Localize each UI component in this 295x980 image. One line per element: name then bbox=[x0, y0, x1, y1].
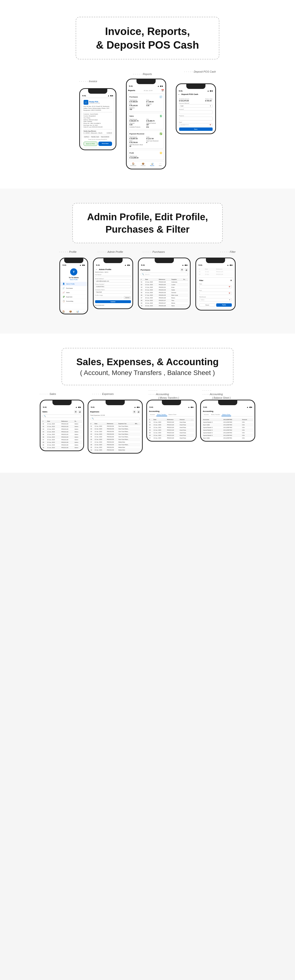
phone-input[interactable]: 01361673011 bbox=[95, 285, 131, 288]
purchases-label: Purchases bbox=[143, 250, 165, 253]
back-arrow-icon[interactable]: ← bbox=[95, 268, 98, 270]
section3-subtitle: ( Account, Money Transfers , Balance She… bbox=[76, 368, 219, 377]
table-row: Joynal Abedin G1411128674030.0k bbox=[202, 426, 253, 429]
sales-label: Sales bbox=[40, 393, 56, 395]
fullname-field: Full Name* bbox=[95, 274, 131, 277]
accounting-money-table: # Date Reference Amount ... 0113 Jun, 20… bbox=[149, 418, 194, 439]
back-to-pos-button[interactable]: Back to POS bbox=[84, 142, 98, 146]
table-row: 0613 Jun, 2023PR2221120Amal Khan bbox=[149, 434, 194, 437]
nav-products[interactable]: 📦 Products bbox=[141, 162, 146, 166]
email-input[interactable]: admin@example.com bbox=[95, 280, 131, 283]
admin-profile-content: PERSONAL INFO Full Name* Email Address* … bbox=[94, 272, 132, 309]
accounting-money-phone: 9:41 ▲ ◀ ■ Accounting Accounts Money Tra… bbox=[146, 400, 197, 442]
reports-header: Reports 20 Jan, 22-04 📅 bbox=[128, 88, 164, 93]
table-row: Joynal Abedin G1411125874020.0k bbox=[202, 434, 253, 437]
phone-status: 9:41 ▲ ◀ ■ bbox=[80, 94, 116, 98]
phone-status: 9:41 ▲ ◀ ■ bbox=[139, 263, 190, 267]
print-icon[interactable]: 🖨 bbox=[185, 268, 188, 272]
admin-profile-title: Admin Profile bbox=[99, 268, 111, 270]
filter-icon[interactable]: ⚙ bbox=[74, 410, 77, 414]
nav-more[interactable]: ⋯ More bbox=[159, 162, 162, 166]
sidebar-item-accounting[interactable]: 📋 Accounting bbox=[60, 299, 87, 303]
amount-field[interactable] bbox=[179, 110, 213, 114]
reports-content: Reports 20 Jan, 22-04 📅 Purchases 🛒 Tota… bbox=[127, 88, 165, 169]
fullname-input[interactable] bbox=[95, 275, 131, 277]
image-input[interactable] bbox=[95, 297, 122, 298]
print-now-button[interactable]: Print Now bbox=[98, 142, 112, 146]
accounting-balance-label: · · · · · Accounting ( Balance Sheet ) bbox=[203, 389, 231, 399]
filter-label: Filter bbox=[220, 250, 236, 253]
purchases-table: # Date Reference Supplier St... 0113 Jun… bbox=[140, 278, 189, 307]
accounting-money-table-body: 0113 Jun, 2023PR2221120Amal Abas 0213 Ju… bbox=[149, 421, 194, 439]
table-row: Joynal Abedin G1411125874830.0k bbox=[202, 421, 253, 423]
close-icon[interactable]: × bbox=[230, 279, 232, 282]
expenses-phone: 9:41 ▲ ◀ ■ Expenses ⚙ 🖨 Total Expenses: … bbox=[88, 400, 143, 453]
tab-money-transfers[interactable]: Money Transfers bbox=[156, 413, 167, 416]
section3-header: Sales, Expenses, & Accounting ( Account,… bbox=[0, 338, 295, 392]
nav-reports[interactable]: 📊 Reports bbox=[150, 162, 154, 166]
update-button[interactable]: Update bbox=[95, 300, 131, 303]
date-field[interactable]: DD/MM/YYYY 📅 bbox=[179, 123, 213, 127]
expenses-section-wrapper: Expenses 9:41 ▲ ◀ ■ Expenses ⚙ 🖨 bbox=[88, 397, 143, 453]
tab-balance-sheet[interactable]: Balance Sheet bbox=[168, 413, 178, 416]
print-icon[interactable]: 🖨 bbox=[137, 410, 140, 414]
filter-icon[interactable]: ⚙ bbox=[133, 410, 136, 414]
tab-accounts[interactable]: Accounts bbox=[149, 413, 156, 416]
table-row: 0312 Jun, 2023PR2321230Own Food Ware... bbox=[90, 430, 141, 433]
purchases-search[interactable]: 🔍 Search... bbox=[141, 273, 188, 276]
nav-dashboard[interactable]: 🏠 Dashboard bbox=[130, 162, 136, 166]
company-input[interactable]: NanoSoft bbox=[95, 291, 131, 294]
reset-button[interactable]: Reset bbox=[199, 303, 215, 307]
sales-header: Sales ⚙ 🖨 🔍 bbox=[40, 409, 83, 420]
warehouse-select[interactable]: Select ▼ bbox=[199, 298, 232, 301]
tab-accounts[interactable]: Accounts bbox=[203, 413, 210, 416]
profit-icon: ⭐ bbox=[159, 151, 163, 154]
table-row: Ayon Uddin1411125874830.0k bbox=[202, 423, 253, 426]
expenses-title: Expenses bbox=[90, 411, 99, 413]
invoice-product-name: Vanity bag Women bbox=[84, 130, 112, 132]
deposit-phone: 9:41 ▲ ◀ ■ ← Deposit POS Cash Available … bbox=[176, 83, 216, 134]
tab-balance-sheet[interactable]: Balance Sheet bbox=[222, 413, 231, 416]
sales-search[interactable]: 🔍 bbox=[42, 415, 81, 418]
expenses-table: # Date Reference Expense Cat. Wh... 0112… bbox=[90, 422, 141, 452]
sidebar-item-purchases[interactable]: 🛒 Purchases bbox=[60, 286, 87, 290]
expenses-table-body: 0112 Jun, 2023PR2321230Own Food Ware... … bbox=[90, 425, 141, 451]
table-row: 1015 Jun, 2023PR2221130Admin bbox=[42, 446, 82, 449]
sidebar-item-expenses[interactable]: 💸 Expenses bbox=[60, 295, 87, 299]
sidebar-item-admin-profile[interactable]: 👤 Admin Profile bbox=[60, 282, 87, 286]
table-row: Joynal Abedin G1411125874020.0k bbox=[202, 429, 253, 431]
section1-title: Invoice, Reports, bbox=[90, 24, 205, 38]
invoice-card: 🛒 Ready POS Counting Comes Easy First-7t… bbox=[81, 98, 114, 148]
start-date-input[interactable]: 📅 bbox=[199, 285, 232, 288]
section3: Sales, Expenses, & Accounting ( Account,… bbox=[0, 334, 295, 473]
invoice-address: First-7th floor, #H-19, Road# 08, Shekhe… bbox=[84, 106, 112, 111]
admin-profile-label: Admin Profile bbox=[98, 250, 123, 253]
upload-btn[interactable]: Upload bbox=[124, 296, 131, 299]
invoice-footer-buttons: Back to POS Print Now bbox=[84, 142, 112, 146]
end-date-input[interactable]: 📅 bbox=[199, 292, 232, 295]
payment-method-field[interactable]: Cash ▼ bbox=[179, 104, 213, 108]
purpose-field[interactable] bbox=[179, 117, 213, 121]
sales-title: Sales bbox=[42, 411, 48, 413]
table-row: 0713 Jun, 2023PR2221120Amal Khan bbox=[149, 437, 194, 439]
back-arrow-icon[interactable]: ← bbox=[178, 93, 180, 95]
phone-notch bbox=[64, 258, 83, 263]
save-button[interactable]: Save bbox=[179, 127, 213, 131]
sales-phone: 9:41 ▲ ◀ ■ Sales ⚙ 🖨 🔍 bbox=[40, 400, 84, 451]
print-icon[interactable]: 🖨 bbox=[78, 410, 81, 414]
invoice-label: Invoice bbox=[79, 80, 97, 83]
table-row: 0919 Jun, 2023PR2231127Morris bbox=[140, 302, 189, 305]
admin-profile-section-wrapper: Admin Profile 9:41 ▲ ◀ ■ ← Admin Profile… bbox=[93, 255, 133, 309]
sidebar-item-sales[interactable]: 📈 Sales bbox=[60, 290, 87, 295]
section3-title: Sales, Expenses, & Accounting bbox=[76, 356, 219, 368]
filter-icon[interactable]: ⚙ bbox=[180, 268, 184, 272]
end-date-field: End 📅 bbox=[199, 290, 232, 295]
invoice-tags: InvPOs 1 Paid-By: Cash Total: $ 200.00 bbox=[84, 136, 112, 138]
phone-notch bbox=[155, 258, 174, 263]
phone-notch bbox=[218, 400, 237, 405]
table-row: 0915 Jun, 2023PR2221130Admin bbox=[42, 444, 82, 446]
tab-money-transfers[interactable]: Money Transfers bbox=[210, 413, 221, 416]
expenses-search[interactable]: 🔍 bbox=[90, 417, 140, 420]
phone-notch bbox=[186, 84, 205, 89]
apply-button[interactable]: Apply bbox=[216, 303, 232, 307]
